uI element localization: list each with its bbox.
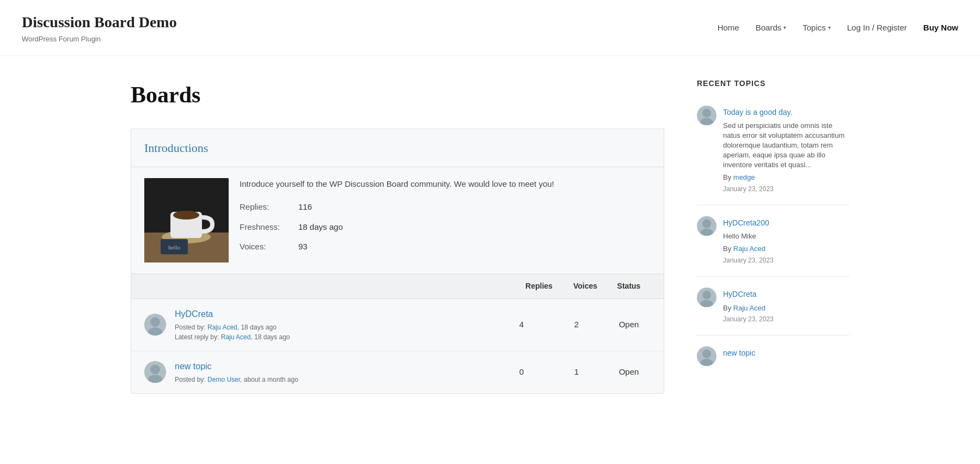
topic-posted-when: about a month ago bbox=[244, 376, 298, 383]
topic-replies-count: 4 bbox=[497, 319, 546, 331]
recent-topics-container: Today is a good day. Sed ut perspiciatis… bbox=[697, 106, 849, 377]
sidebar-recent-topic-title[interactable]: Today is a good day. bbox=[723, 108, 792, 117]
sidebar-topic-by: By medge bbox=[723, 172, 849, 183]
topic-posted-by[interactable]: Raju Aced bbox=[207, 323, 237, 331]
site-branding: Discussion Board Demo WordPress Forum Pl… bbox=[22, 11, 177, 45]
nav-buy-now[interactable]: Buy Now bbox=[923, 22, 958, 34]
board-section: Introductions bbox=[131, 129, 664, 394]
topics-header: Replies Voices Status bbox=[131, 274, 664, 299]
site-tagline: WordPress Forum Plugin bbox=[22, 34, 177, 45]
topic-voices-count: 1 bbox=[555, 366, 598, 378]
topic-title[interactable]: new topic bbox=[175, 362, 212, 371]
svg-point-20 bbox=[702, 290, 711, 299]
sidebar-topic-date: January 23, 2023 bbox=[723, 184, 849, 194]
freshness-value: 18 days ago bbox=[298, 221, 343, 234]
topic-avatar bbox=[144, 361, 166, 383]
topics-dropdown-arrow: ▾ bbox=[828, 23, 831, 32]
topic-posted-prefix: Posted by: bbox=[175, 323, 207, 331]
table-row: HyDCreta Posted by: Raju Aced, 18 days a… bbox=[131, 299, 664, 351]
page-title: Boards bbox=[131, 78, 664, 112]
topic-meta: Posted by: Demo User, about a month ago bbox=[175, 375, 488, 384]
sidebar-avatar bbox=[697, 216, 716, 236]
board-description: Introduce yourself to the WP Discussion … bbox=[240, 178, 651, 253]
topic-posted-prefix: Posted by: bbox=[175, 376, 207, 383]
topic-voices-count: 2 bbox=[555, 319, 598, 331]
topic-latest-when: 18 days ago bbox=[254, 333, 290, 341]
board-header: Introductions bbox=[131, 129, 664, 167]
voices-label: Voices: bbox=[240, 241, 294, 253]
board-image-svg: hello bbox=[144, 178, 229, 262]
col-status-header: Status bbox=[607, 280, 651, 292]
board-title[interactable]: Introductions bbox=[144, 141, 208, 155]
topic-status: Open bbox=[607, 319, 651, 331]
topic-status: Open bbox=[607, 366, 651, 378]
board-image: hello bbox=[144, 178, 229, 262]
nav-topics[interactable]: Topics ▾ bbox=[803, 22, 831, 34]
site-nav: Home Boards ▾ Topics ▾ Log In / Register… bbox=[718, 22, 958, 34]
sidebar-avatar bbox=[697, 346, 716, 366]
sidebar-recent-topic-title[interactable]: new topic bbox=[723, 349, 755, 357]
sidebar-topic-content: new topic bbox=[723, 346, 849, 366]
topic-latest-by[interactable]: Raju Aced bbox=[221, 333, 251, 341]
sidebar-recent-topic-title[interactable]: HyDCreta200 bbox=[723, 218, 769, 227]
topic-info: new topic Posted by: Demo User, about a … bbox=[175, 360, 488, 384]
col-replies-header: Replies bbox=[514, 280, 564, 292]
topic-replies-count: 0 bbox=[497, 366, 546, 378]
freshness-label: Freshness: bbox=[240, 221, 294, 234]
sidebar-topic-excerpt: Sed ut perspiciatis unde omnis iste natu… bbox=[723, 121, 849, 170]
sidebar-topic-by: By Raju Aced bbox=[723, 243, 849, 254]
site-title: Discussion Board Demo bbox=[22, 11, 177, 34]
svg-point-4 bbox=[173, 211, 199, 219]
col-topic-header bbox=[144, 280, 514, 292]
sidebar-topic-content: HyDCreta By Raju Aced January 23, 2023 bbox=[723, 288, 849, 325]
topic-title[interactable]: HyDCreta bbox=[175, 309, 213, 319]
sidebar-topic-author[interactable]: Raju Aced bbox=[733, 245, 765, 253]
sidebar-avatar bbox=[697, 106, 716, 125]
table-row: new topic Posted by: Demo User, about a … bbox=[131, 351, 664, 393]
voices-meta-row: Voices: 93 bbox=[240, 241, 651, 253]
replies-label: Replies: bbox=[240, 201, 294, 213]
board-meta: Replies: 116 Freshness: 18 days ago Voic… bbox=[240, 201, 651, 253]
topic-posted-by[interactable]: Demo User bbox=[207, 376, 240, 383]
sidebar-topic-date: January 23, 2023 bbox=[723, 255, 849, 265]
boards-dropdown-arrow: ▾ bbox=[783, 23, 786, 32]
list-item: Today is a good day. Sed ut perspiciatis… bbox=[697, 106, 849, 205]
svg-point-23 bbox=[702, 350, 711, 358]
list-item: new topic bbox=[697, 346, 849, 377]
site-header: Discussion Board Demo WordPress Forum Pl… bbox=[0, 0, 980, 56]
nav-home[interactable]: Home bbox=[718, 22, 739, 34]
sidebar-topic-author[interactable]: Raju Aced bbox=[733, 304, 765, 312]
replies-value: 116 bbox=[298, 201, 312, 213]
svg-point-11 bbox=[150, 364, 160, 374]
nav-login[interactable]: Log In / Register bbox=[847, 22, 907, 34]
board-stats: hello Introduce yourself to the WP Discu… bbox=[131, 167, 664, 274]
replies-meta-row: Replies: 116 bbox=[240, 201, 651, 213]
sidebar-recent-topic-title[interactable]: HyDCreta bbox=[723, 290, 756, 298]
nav-boards[interactable]: Boards ▾ bbox=[756, 22, 787, 34]
sidebar-topic-excerpt: Hello Mike bbox=[723, 231, 849, 241]
freshness-meta-row: Freshness: 18 days ago bbox=[240, 221, 651, 234]
topic-latest-prefix: Latest reply by: bbox=[175, 333, 221, 341]
sidebar-topic-by: By Raju Aced bbox=[723, 303, 849, 314]
topic-posted-when: 18 days ago bbox=[241, 323, 276, 331]
sidebar-avatar bbox=[697, 288, 716, 307]
board-desc-text: Introduce yourself to the WP Discussion … bbox=[240, 178, 651, 191]
page-layout: Boards Introductions bbox=[109, 56, 871, 432]
svg-point-14 bbox=[702, 108, 711, 117]
topic-info: HyDCreta Posted by: Raju Aced, 18 days a… bbox=[175, 308, 488, 342]
list-item: HyDCreta By Raju Aced January 23, 2023 bbox=[697, 288, 849, 336]
sidebar-section-title: RECENT TOPICS bbox=[697, 78, 849, 95]
topic-avatar bbox=[144, 314, 166, 335]
sidebar-topic-content: Today is a good day. Sed ut perspiciatis… bbox=[723, 106, 849, 194]
sidebar-topic-content: HyDCreta200 Hello Mike By Raju Aced Janu… bbox=[723, 216, 849, 265]
list-item: HyDCreta200 Hello Mike By Raju Aced Janu… bbox=[697, 216, 849, 277]
topics-table: Replies Voices Status HyDCreta Posted by… bbox=[131, 274, 664, 393]
col-voices-header: Voices bbox=[564, 280, 607, 292]
sidebar-topic-author[interactable]: medge bbox=[733, 173, 755, 181]
voices-value: 93 bbox=[298, 241, 308, 253]
topic-meta: Posted by: Raju Aced, 18 days agoLatest … bbox=[175, 322, 488, 342]
sidebar: RECENT TOPICS Today is a good day. Sed u… bbox=[697, 78, 849, 410]
sidebar-topic-date: January 23, 2023 bbox=[723, 314, 849, 324]
main-content: Boards Introductions bbox=[131, 78, 664, 410]
svg-text:hello: hello bbox=[168, 244, 180, 251]
